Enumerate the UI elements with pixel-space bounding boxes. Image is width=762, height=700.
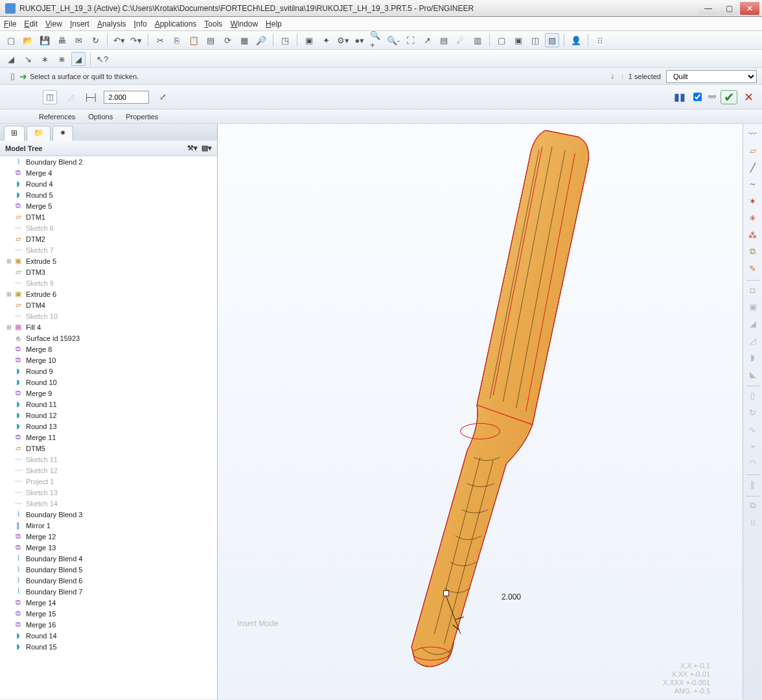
copy-icon[interactable]: ⎘ <box>170 33 184 47</box>
menu-insert[interactable]: Insert <box>70 19 89 29</box>
tab-model-tree[interactable]: ⊞ <box>4 126 25 141</box>
spin-icon[interactable]: ✦ <box>319 33 333 47</box>
tree-item[interactable]: ⌇Boundary Blend 5 <box>0 564 217 575</box>
sweep-tool-icon[interactable]: ∿ <box>745 422 761 436</box>
tree-item[interactable]: ◗Round 14 <box>0 630 217 641</box>
clipboard-icon[interactable]: ▤ <box>203 33 218 47</box>
tree-item[interactable]: ◗Round 9 <box>0 366 217 377</box>
cancel-button[interactable]: ✕ <box>741 90 756 104</box>
tree-item[interactable]: ◗Round 10 <box>0 377 217 388</box>
tree-item[interactable]: ⊞▣Extrude 5 <box>0 255 217 266</box>
maximize-button[interactable]: ▢ <box>719 2 739 15</box>
menu-help[interactable]: Help <box>266 19 282 29</box>
tree-item[interactable]: ⧉Merge 12 <box>0 531 217 542</box>
print-icon[interactable]: 🖶 <box>54 33 69 47</box>
pattern-tool-icon[interactable]: ⁞⁞ <box>745 515 761 530</box>
graphics-viewport[interactable]: 2.000 Insert Mode X.X +-0.1X.XX +-0.01X.… <box>218 124 743 699</box>
tree-item[interactable]: ◗Round 11 <box>0 399 217 410</box>
menu-file[interactable]: File <box>4 19 16 29</box>
tree-item[interactable]: ⌇Boundary Blend 3 <box>0 509 217 520</box>
tree-show-icon[interactable]: ▤▾ <box>202 144 212 152</box>
tree-item[interactable]: ◗Round 15 <box>0 641 217 652</box>
pause-icon[interactable]: ▮▮ <box>673 90 687 104</box>
tree-item[interactable]: ⧉Merge 14 <box>0 597 217 608</box>
tree-item[interactable]: 〰Sketch 13 <box>0 487 217 498</box>
nohidden-icon[interactable]: ◫ <box>528 33 542 47</box>
dashtab-properties[interactable]: Properties <box>126 113 158 121</box>
point-tool-icon[interactable]: ✶ <box>745 194 761 208</box>
tree-item[interactable]: 〰Sketch 6 <box>0 222 217 233</box>
saved-view-icon[interactable]: ▤ <box>437 33 451 47</box>
tree-item[interactable]: ⊞▦Fill 4 <box>0 321 217 332</box>
minimize-button[interactable]: — <box>698 2 718 15</box>
style-tool-icon[interactable]: ✎ <box>745 261 761 275</box>
tree-item[interactable]: 〰Sketch 9 <box>0 277 217 288</box>
csys-icon[interactable]: ⁝⁝ <box>593 33 607 47</box>
tab-favorites[interactable]: ✷ <box>52 126 73 141</box>
tree-item[interactable]: ▱DTM1 <box>0 211 217 222</box>
model-tree[interactable]: ⌇Boundary Blend 2⧉Merge 4◗Round 4◗Round … <box>0 156 217 699</box>
pattern-icon[interactable]: ▦ <box>237 33 251 47</box>
tree-item[interactable]: 〰Sketch 11 <box>0 454 217 465</box>
tree-item[interactable]: ⧉Merge 11 <box>0 432 217 443</box>
extrude-tool-icon[interactable]: ▯ <box>745 388 761 402</box>
view-icon[interactable]: ▣ <box>302 33 316 47</box>
dashtab-options[interactable]: Options <box>88 113 113 121</box>
redo-icon[interactable]: ↷▾ <box>129 33 143 47</box>
tree-item[interactable]: ⧉Merge 5 <box>0 200 217 211</box>
tree-item[interactable]: ⌇Boundary Blend 4 <box>0 553 217 564</box>
close-button[interactable]: ✕ <box>740 2 759 15</box>
rib-tool-icon[interactable]: ◢ <box>745 316 761 331</box>
filter-select[interactable]: Quilt <box>666 70 757 83</box>
zoom-fit-icon[interactable]: ⛶ <box>403 33 417 47</box>
tree-item[interactable]: ⧉Merge 10 <box>0 355 217 366</box>
tree-item[interactable]: ◗Round 4 <box>0 178 217 189</box>
tree-item[interactable]: ‖Mirror 1 <box>0 520 217 531</box>
menu-applications[interactable]: Applications <box>155 19 197 29</box>
tree-item[interactable]: ⧉Merge 16 <box>0 619 217 630</box>
menu-info[interactable]: Info <box>134 19 147 29</box>
point2-tool-icon[interactable]: ✳ <box>745 211 761 225</box>
shell-tool-icon[interactable]: ▣ <box>745 299 761 314</box>
datum-plane-icon[interactable]: ◢ <box>4 52 18 66</box>
tree-item[interactable]: ▱DTM4 <box>0 299 217 310</box>
tree-item[interactable]: ◗Round 12 <box>0 410 217 421</box>
menu-view[interactable]: View <box>45 19 62 29</box>
flip-icon[interactable]: ⤢ <box>156 90 170 104</box>
save-icon[interactable]: 💾 <box>38 33 52 47</box>
accept-button[interactable]: ✔ <box>721 90 737 104</box>
zoom-in-icon[interactable]: 🔍+ <box>369 33 384 47</box>
wire-icon[interactable]: ▢ <box>494 33 509 47</box>
tree-item[interactable]: 〰Project 1 <box>0 476 217 487</box>
curve-tool-icon[interactable]: ～ <box>745 177 761 191</box>
regen-icon[interactable]: ⟳ <box>220 33 235 47</box>
appearance-icon[interactable]: ●▾ <box>352 33 367 47</box>
sel-icon[interactable]: ◳ <box>278 33 292 47</box>
tree-item[interactable]: ⊞▣Extrude 6 <box>0 288 217 299</box>
tree-item[interactable]: ⧉Merge 9 <box>0 388 217 399</box>
glasses-icon[interactable]: 👓 <box>708 93 717 101</box>
thickness-input[interactable] <box>104 91 149 104</box>
menu-edit[interactable]: Edit <box>24 19 38 29</box>
zoom-out-icon[interactable]: 🔍- <box>386 33 400 47</box>
new-icon[interactable]: ▢ <box>4 33 18 47</box>
blend-tool-icon[interactable]: ⌁ <box>745 439 761 453</box>
layers-icon[interactable]: ☄ <box>454 33 468 47</box>
dashboard-toggle-icon[interactable]: ▯ <box>5 69 19 84</box>
tree-item[interactable]: 〰Sketch 14 <box>0 498 217 509</box>
plane-tool-icon[interactable]: ▱ <box>745 143 761 158</box>
thicken-surface-icon[interactable]: ◫ <box>43 90 57 104</box>
chamfer-tool-icon[interactable]: ◣ <box>745 367 761 381</box>
revolve-tool-icon[interactable]: ↻ <box>745 405 761 419</box>
preview-checkbox[interactable] <box>693 93 702 101</box>
mirror-tool-icon[interactable]: ‖ <box>745 477 761 491</box>
orient-icon[interactable]: ⚙▾ <box>336 33 350 47</box>
tree-item[interactable]: ⌇Boundary Blend 2 <box>0 156 217 167</box>
merge-tool-icon[interactable]: ⧉ <box>745 498 761 513</box>
menu-tools[interactable]: Tools <box>204 19 222 29</box>
tree-item[interactable]: ⧉Merge 8 <box>0 344 217 355</box>
swept-blend-icon[interactable]: ◠ <box>745 456 761 470</box>
csys-tool-icon[interactable]: ⁂ <box>745 228 761 242</box>
datum-curve-icon[interactable]: ◢ <box>71 52 86 66</box>
dashtab-references[interactable]: References <box>39 113 75 121</box>
